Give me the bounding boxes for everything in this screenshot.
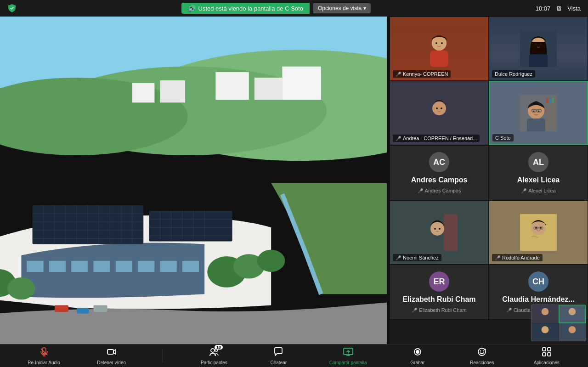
audio-icon: 🔊 — [188, 5, 196, 12]
svg-rect-114 — [543, 348, 546, 351]
rodolfo-label: 🎤 Rodolfo Andrade — [492, 254, 543, 261]
svg-rect-39 — [182, 261, 199, 272]
participants-icon: 10 — [209, 347, 219, 359]
svg-rect-5 — [254, 78, 282, 100]
andrea-label: 🎤 Andrea - COPREEN / Ensenad... — [393, 135, 480, 142]
svg-rect-76 — [444, 214, 458, 251]
vista-label: Vista — [567, 5, 581, 12]
svg-point-44 — [257, 250, 285, 272]
shield-icon — [7, 4, 17, 13]
svg-point-95 — [542, 326, 549, 333]
compartir-pantalla-label: Compartir pantalla — [329, 360, 367, 365]
video-tile-csoto: C Soto — [489, 81, 588, 145]
claudia-mute-icon: 🎤 — [506, 308, 512, 313]
andres-sub: 🎤 Andres Campos — [418, 188, 461, 193]
rodolfo-mute-icon: 🎤 — [495, 255, 500, 260]
reactions-icon — [477, 347, 487, 359]
svg-point-77 — [430, 222, 444, 236]
video-tile-kennya: 🎤 Kennya- COPREEN — [390, 17, 489, 81]
svg-point-52 — [441, 42, 443, 44]
compartir-pantalla-button[interactable]: Compartir pantalla — [329, 347, 367, 365]
noemi-mute-icon: 🎤 — [396, 255, 401, 260]
video-icon — [107, 347, 117, 359]
detener-video-button[interactable]: Detener vídeo — [97, 347, 126, 365]
grabar-label: Grabar — [410, 360, 424, 365]
svg-point-83 — [535, 227, 537, 229]
video-row-2: 🎤 Andrea - COPREEN / Ensenad... — [390, 81, 588, 145]
svg-rect-47 — [93, 305, 107, 312]
screen-share-area — [0, 17, 387, 344]
view-options-button[interactable]: Opciones de vista ▾ — [313, 3, 371, 13]
apps-icon — [542, 347, 552, 359]
reiniciar-audio-label: Re-Iniciar Audio — [28, 360, 60, 365]
share-screen-icon — [343, 347, 353, 359]
video-row-4: 🎤 Noemi Sánchez — [390, 200, 588, 265]
svg-point-51 — [435, 42, 437, 44]
top-bar: 🔊 Usted está viendo la pantalla de C Sot… — [0, 0, 588, 17]
dulce-label: Dulce Rodríguez — [492, 70, 535, 78]
andres-avatar: AC — [429, 152, 449, 172]
elizabeth-sub: 🎤 Elizabeth Rubi Cham — [412, 307, 466, 313]
svg-point-78 — [434, 228, 436, 230]
aplicaciones-label: Aplicaciones — [534, 360, 560, 365]
svg-rect-8 — [160, 80, 185, 102]
claudia-avatar: CH — [528, 271, 548, 292]
alexei-sub: 🎤 Alexei Licea — [521, 188, 555, 193]
svg-rect-117 — [548, 353, 551, 356]
clock-time: 10:07 — [536, 5, 551, 12]
participant-panel: 🎤 Kennya- COPREEN — [390, 17, 588, 344]
elizabeth-mute-icon: 🎤 — [412, 308, 417, 313]
video-tile-noemi: 🎤 Noemi Sánchez — [390, 200, 489, 265]
svg-rect-67 — [552, 98, 554, 103]
svg-point-41 — [7, 277, 35, 299]
svg-point-102 — [211, 349, 215, 352]
participantes-button[interactable]: 10 Participantes — [200, 347, 228, 365]
svg-rect-35 — [93, 261, 110, 272]
chevron-down-icon: ▾ — [363, 5, 366, 11]
reacciones-label: Reacciones — [470, 360, 494, 365]
reiniciar-audio-button[interactable]: Re-Iniciar Audio — [28, 347, 60, 365]
noemi-name: Noemi Sánchez — [403, 255, 439, 260]
svg-point-84 — [540, 227, 542, 229]
grabar-button[interactable]: Grabar — [404, 347, 431, 365]
reacciones-button[interactable]: Reacciones — [468, 347, 496, 365]
name-tile-andres: AC Andres Campos 🎤 Andres Campos — [390, 145, 489, 200]
aplicaciones-button[interactable]: Aplicaciones — [533, 347, 560, 365]
svg-point-79 — [439, 228, 441, 230]
svg-rect-45 — [55, 305, 68, 312]
claudia-display-name: Claudia Hernández... — [498, 295, 579, 304]
alexei-display-name: Alexei Licea — [513, 176, 565, 184]
svg-rect-33 — [49, 261, 66, 272]
svg-point-73 — [533, 111, 535, 112]
svg-rect-49 — [430, 51, 448, 67]
svg-rect-116 — [543, 353, 546, 356]
screen-share-content — [0, 17, 387, 344]
svg-rect-57 — [529, 54, 548, 67]
detener-video-label: Detener vídeo — [97, 360, 126, 365]
csoto-name: C Soto — [495, 135, 511, 141]
svg-rect-65 — [546, 98, 548, 103]
svg-point-74 — [538, 111, 540, 112]
chatear-button[interactable]: Chatear — [265, 347, 292, 365]
svg-rect-72 — [527, 119, 545, 131]
andrea-mute-icon: 🎤 — [396, 136, 401, 141]
svg-rect-38 — [160, 261, 176, 272]
video-tile-rodolfo: 🎤 Rodolfo Andrade — [489, 200, 588, 265]
main-area: 🎤 Kennya- COPREEN — [0, 17, 588, 344]
participantes-label: Participantes — [201, 360, 227, 365]
muted-mic-icon — [39, 347, 49, 359]
mute-icon: 🎤 — [396, 72, 401, 77]
svg-rect-66 — [549, 98, 551, 103]
svg-rect-23 — [149, 211, 232, 241]
chatear-label: Chatear — [271, 360, 287, 365]
video-row-3: AC Andres Campos 🎤 Andres Campos AL Alex… — [390, 145, 588, 200]
top-bar-center: 🔊 Usted está viendo la pantalla de C Sot… — [181, 3, 371, 14]
chat-icon — [273, 347, 283, 359]
screen-share-text: Usted está viendo la pantalla de C Soto — [198, 5, 303, 12]
toolbar: Re-Iniciar Audio Detener vídeo 10 Partic… — [0, 344, 588, 367]
svg-point-93 — [542, 308, 549, 316]
rodolfo-name: Rodolfo Andrade — [502, 255, 540, 260]
svg-point-55 — [535, 43, 537, 45]
svg-rect-115 — [548, 348, 551, 351]
participants-badge: 10 — [215, 345, 223, 350]
